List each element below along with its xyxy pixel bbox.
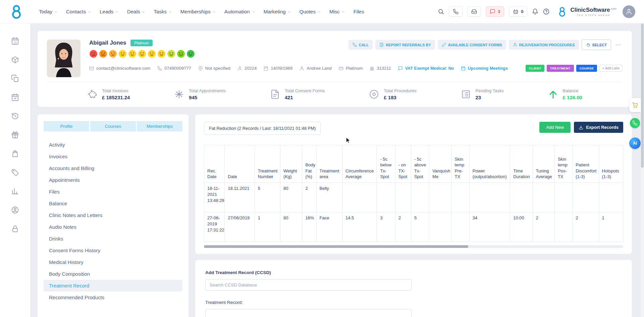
ellipsis-icon (615, 42, 621, 48)
scrollbar-thumb[interactable] (204, 245, 468, 248)
satisfaction-emoji-9[interactable] (167, 50, 175, 58)
select-button[interactable]: SELECT (582, 40, 611, 50)
person-icon (626, 8, 632, 15)
satisfaction-emoji-11[interactable] (186, 50, 195, 58)
export-records-button[interactable]: Export Records (574, 122, 623, 133)
satisfaction-emoji-2[interactable] (99, 50, 107, 58)
stat-balance: Balance£ 126.00 (548, 88, 582, 100)
rail-copy-icon[interactable] (11, 74, 19, 83)
report-referrals-button[interactable]: REPORT REFERRALS BY (375, 40, 435, 50)
rail-history-icon[interactable] (11, 112, 19, 120)
table-header: Rec. DateDateTreatment NumberWeight (Kg)… (204, 145, 623, 183)
menu-item-accounts-and-billing[interactable]: Accounts and Billing (44, 162, 182, 174)
nav-item-marketing[interactable]: Marketing (264, 9, 291, 14)
treatment-record-input[interactable] (205, 309, 412, 317)
rail-lock-icon[interactable] (11, 225, 19, 233)
nav-item-memberships[interactable]: Memberships (180, 9, 216, 14)
menu-item-body-composition[interactable]: Body Composition (44, 268, 182, 280)
nav-item-quotes[interactable]: Quotes (300, 9, 321, 14)
person-icon (513, 43, 517, 47)
app-logo-icon[interactable] (9, 4, 24, 19)
tab-courses[interactable]: Courses (90, 121, 136, 131)
nav-item-tasks[interactable]: Tasks (154, 9, 172, 14)
satisfaction-emoji-8[interactable] (157, 50, 166, 58)
page-scrollbar-thumb[interactable] (641, 23, 644, 168)
cart-float-button[interactable] (629, 98, 641, 112)
column-header-skin-temp-pos-tx: Skin temp Pos-TX (554, 145, 572, 183)
menu-item-audio-notes[interactable]: Audio Notes (44, 221, 182, 233)
nav-item-misc[interactable]: Misc (329, 9, 345, 14)
search-icon (438, 8, 444, 15)
menu-item-balance[interactable]: Balance (44, 198, 182, 209)
table-cell: 10:00 (510, 212, 533, 242)
table-horizontal-scrollbar[interactable] (204, 245, 623, 248)
chevron-down-icon (88, 10, 91, 14)
menu-item-invoices[interactable]: Invoices (44, 151, 182, 162)
more-options-button[interactable] (614, 41, 623, 49)
satisfaction-emoji-6[interactable] (138, 50, 146, 58)
ccsd-search-input[interactable] (205, 279, 412, 290)
chevron-down-icon (168, 10, 172, 14)
satisfaction-emoji-10[interactable] (177, 50, 185, 58)
nav-item-automation[interactable]: Automation (224, 9, 255, 14)
rail-support-icon[interactable] (11, 206, 19, 214)
satisfaction-emoji-4[interactable] (118, 50, 127, 58)
menu-item-appointments[interactable]: Appointments (44, 174, 182, 186)
menu-item-medical-history[interactable]: Medical History (44, 256, 182, 268)
page-scrollbar[interactable] (641, 23, 644, 317)
calendar-icon (264, 66, 268, 71)
rail-tag-icon[interactable] (11, 168, 19, 176)
rail-gift-icon[interactable] (11, 131, 19, 139)
whatsapp-float-button[interactable] (630, 118, 640, 128)
menu-item-recommended-products[interactable]: Recommended Products (44, 292, 182, 303)
ai-float-button[interactable]: AI (629, 138, 641, 149)
menu-item-activity[interactable]: Activity (44, 139, 182, 151)
nav-item-deals[interactable]: Deals (127, 9, 145, 14)
tab-profile[interactable]: Profile (44, 121, 89, 131)
table-row-2[interactable]: 27-06-2019 17:31:2227/06/201918016%Face1… (204, 212, 623, 242)
satisfaction-emoji-3[interactable] (109, 50, 117, 58)
menu-item-files[interactable]: Files (44, 186, 182, 198)
table-row-1[interactable]: 18-11-2021 13:48:2918.11.20215802Belly (204, 183, 623, 212)
rail-calendar-check-icon[interactable] (11, 93, 19, 101)
inbox-button[interactable] (467, 6, 481, 17)
basket-button[interactable]: 0 (509, 6, 527, 17)
menu-item-drinks[interactable]: Drinks (44, 233, 182, 245)
column-header-power-output-absortion: Power (output/absortion) (469, 145, 510, 183)
notifications-button[interactable] (532, 8, 538, 15)
table-cell: 14.5 (342, 212, 377, 242)
rail-shopping-bag-icon[interactable] (11, 150, 19, 158)
satisfaction-emoji-7[interactable] (148, 50, 156, 58)
nav-item-today[interactable]: Today (39, 9, 58, 14)
tab-memberships[interactable]: Memberships (137, 121, 182, 131)
vat-status-link[interactable]: VAT Exempt Medical: No (398, 66, 454, 71)
satisfaction-emoji-1[interactable] (89, 50, 98, 58)
add-new-button[interactable]: Add New (539, 122, 571, 133)
rail-calendar-12-icon[interactable]: 12 (11, 37, 19, 45)
rejuvenation-procedures-button[interactable]: REJUVENATION PROCEDURES (509, 40, 579, 50)
chart-icon (11, 187, 19, 195)
rail-chart-icon[interactable] (11, 187, 19, 195)
download-icon (579, 125, 583, 130)
consent-forms-button[interactable]: AVAILABLE CONSENT FORMS (438, 40, 506, 50)
chat-button[interactable]: 3 (486, 6, 504, 17)
table-cell: 80 (280, 212, 302, 242)
nav-item-contacts[interactable]: Contacts (66, 9, 91, 14)
menu-item-treatment-record[interactable]: Treatment Record (44, 280, 182, 292)
menu-item-clinic-notes-and-letters[interactable]: Clinic Notes and Letters (44, 209, 182, 221)
phone-button[interactable] (449, 6, 463, 17)
satisfaction-emoji-5[interactable] (128, 50, 137, 58)
add-label-button[interactable]: + Add Labe (599, 65, 623, 72)
menu-item-consent-forms-history[interactable]: Consent Forms History (44, 245, 182, 256)
nav-item-leads[interactable]: Leads (100, 9, 119, 14)
search-button[interactable] (438, 8, 444, 15)
upcoming-meetings-link[interactable]: Upcoming Meetings (461, 66, 508, 71)
table-cell (451, 183, 469, 212)
rail-box-icon[interactable] (11, 56, 19, 64)
user-avatar[interactable] (623, 5, 635, 18)
add-record-title: Add Treatment Record (CCSD) (205, 270, 622, 275)
chevron-down-icon (54, 10, 58, 14)
call-button[interactable]: CALL (348, 40, 373, 50)
help-button[interactable] (543, 8, 549, 15)
nav-item-files[interactable]: Files (354, 9, 364, 14)
